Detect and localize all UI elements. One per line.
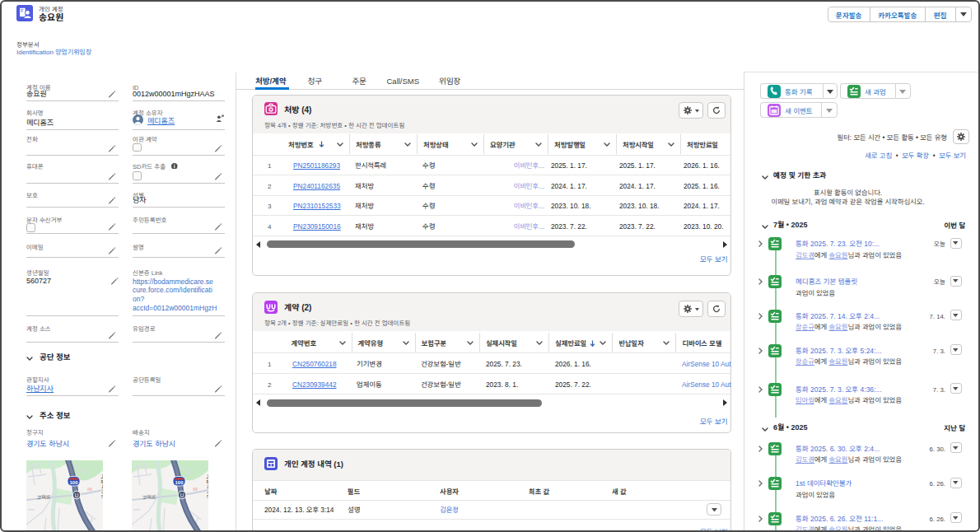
svg-text:고덕로: 고덕로 xyxy=(37,492,52,501)
svg-text:100: 100 xyxy=(175,480,184,485)
svg-text:고덕로: 고덕로 xyxy=(142,492,157,501)
svg-text:U: U xyxy=(75,492,79,498)
svg-text:100: 100 xyxy=(69,480,78,485)
svg-text:U: U xyxy=(180,492,184,498)
